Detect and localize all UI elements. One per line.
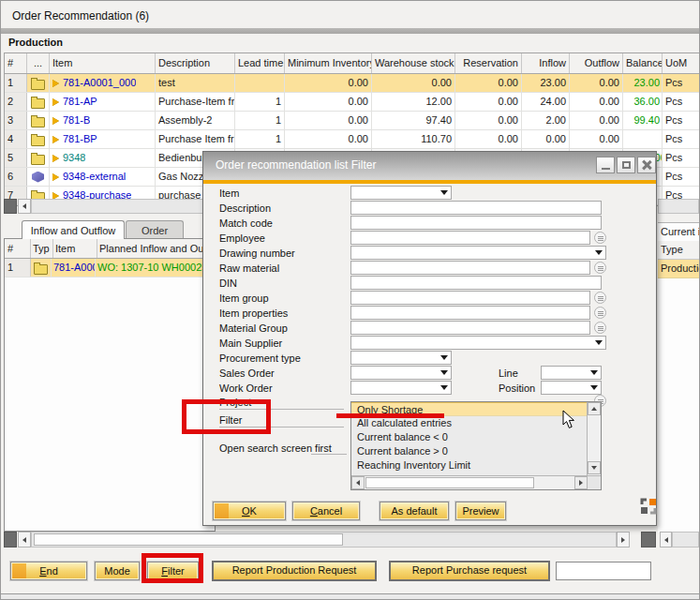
procurement-type-combo[interactable] — [350, 351, 452, 365]
col-header-dots[interactable]: ... — [27, 53, 50, 73]
col-header-inflow[interactable]: Inflow — [522, 53, 570, 73]
row-num: 3 — [5, 112, 27, 129]
planned-order-link[interactable]: WO: 1307-10 WH000259 — [96, 259, 215, 277]
col-header-item[interactable]: Item — [50, 53, 156, 73]
scroll-left-button[interactable] — [351, 476, 365, 489]
item-code-link[interactable]: 781-B — [63, 112, 90, 129]
selection-list-icon[interactable] — [594, 292, 606, 304]
col-header-outflow[interactable]: Outflow — [570, 53, 623, 73]
ok-button[interactable]: OK — [213, 502, 286, 520]
dropdown-item-balance-gt-0[interactable]: Current balance > 0 — [351, 444, 588, 458]
col-header-warehouse-stock[interactable]: Warehouse stock — [372, 53, 455, 73]
minimize-button[interactable] — [596, 157, 615, 173]
horizontal-scrollbar[interactable] — [672, 532, 699, 548]
scroll-down-button[interactable] — [588, 461, 601, 474]
raw-material-input[interactable] — [350, 261, 590, 275]
horizontal-scrollbar[interactable] — [351, 475, 588, 489]
item-code-link[interactable]: 781-A0001 — [52, 259, 96, 277]
splitter-handle[interactable] — [4, 199, 17, 214]
link-arrow-icon[interactable] — [52, 173, 59, 181]
tab-order[interactable]: Order — [126, 220, 184, 239]
as-default-button[interactable]: As default — [380, 502, 449, 520]
selection-list-icon[interactable] — [594, 322, 606, 334]
subcol-item[interactable]: Item — [53, 239, 97, 258]
report-production-request-button[interactable]: Report Production Request — [212, 561, 377, 581]
position-combo[interactable] — [541, 381, 602, 395]
selection-list-icon[interactable] — [594, 232, 606, 244]
line-combo[interactable] — [541, 366, 602, 380]
item-code-link[interactable]: 9348-external — [63, 168, 126, 186]
col-header-num[interactable]: # — [5, 53, 27, 73]
main-supplier-combo[interactable] — [350, 336, 606, 350]
end-button[interactable]: End — [10, 562, 87, 580]
table-row[interactable]: 3 781-B Assembly-2 1 0.00 97.40 0.00 2.0… — [5, 112, 700, 130]
link-arrow-icon[interactable] — [52, 117, 59, 125]
tab-inflow-and-outflow[interactable]: Inflow and Outflow — [22, 220, 125, 239]
material-group-input[interactable] — [350, 321, 590, 335]
scroll-left-button[interactable] — [18, 532, 31, 548]
item-code-link[interactable]: 781-A0001_000 — [63, 74, 136, 92]
maximize-button[interactable] — [617, 157, 635, 173]
folder-icon — [31, 155, 45, 165]
item-group-input[interactable] — [350, 291, 590, 305]
description-input[interactable] — [350, 201, 602, 215]
preview-button[interactable]: Preview — [455, 502, 506, 520]
mode-button[interactable]: Mode — [95, 562, 140, 580]
col-header-reservation[interactable]: Reservation — [455, 53, 522, 73]
dropdown-item-balance-lt-0[interactable]: Current balance < 0 — [351, 430, 588, 444]
col-header-minimum-inventory[interactable]: Minimum Inventory — [285, 53, 372, 73]
horizontal-scrollbar-right[interactable] — [658, 199, 699, 214]
subcol-num[interactable]: # — [5, 239, 31, 258]
scroll-right-button[interactable] — [574, 476, 588, 489]
right-panel-row-production[interactable]: Production — [658, 260, 700, 278]
scroll-up-button[interactable] — [588, 402, 601, 415]
selection-list-icon[interactable] — [594, 307, 606, 319]
col-header-lead-time[interactable]: Lead time — [235, 53, 285, 73]
table-row[interactable]: 4 781-BP Purchase Item frm 1 0.00 110.70… — [5, 130, 700, 149]
row-num: 2 — [5, 93, 27, 111]
cancel-button[interactable]: Cancel — [292, 502, 360, 520]
scroll-left-button[interactable] — [660, 532, 672, 548]
subcol-planned[interactable]: Planned Inflow and Outf — [97, 239, 215, 258]
scroll-left-button[interactable] — [18, 199, 31, 214]
link-arrow-icon[interactable] — [52, 155, 59, 162]
item-properties-input[interactable] — [350, 306, 590, 320]
vertical-scrollbar[interactable] — [587, 402, 601, 475]
col-header-uom[interactable]: UoM — [663, 53, 696, 73]
dropdown-item-reaching-limit[interactable]: Reaching Inventory Limit — [351, 458, 588, 472]
item-combo[interactable] — [350, 186, 452, 200]
link-arrow-icon[interactable] — [52, 98, 59, 106]
splitter-handle[interactable] — [641, 532, 656, 548]
close-button[interactable] — [637, 157, 656, 173]
horizontal-scrollbar[interactable] — [31, 199, 203, 214]
horizontal-scrollbar[interactable] — [31, 532, 617, 548]
scroll-right-button[interactable] — [617, 532, 630, 548]
right-panel-col-type[interactable]: Type — [658, 241, 700, 260]
scrollbar-thumb[interactable] — [34, 533, 343, 546]
expand-form-icon[interactable] — [640, 498, 657, 515]
dropdown-item-all-calculated[interactable]: All calculated entries — [351, 416, 588, 430]
item-code-link[interactable]: 781-AP — [63, 93, 97, 111]
subcol-typ[interactable]: Typ — [31, 239, 53, 258]
selection-list-icon[interactable] — [594, 262, 606, 274]
splitter-handle[interactable] — [4, 532, 17, 548]
table-row[interactable]: 1 781-A0001_000 test 0.00 0.00 0.00 23.0… — [5, 74, 700, 93]
scrollbar-thumb[interactable] — [365, 477, 534, 488]
sales-order-combo[interactable] — [350, 366, 452, 380]
item-code-link[interactable]: 781-BP — [63, 130, 97, 148]
din-input[interactable] — [350, 276, 602, 290]
link-arrow-icon[interactable] — [52, 80, 59, 87]
employee-input[interactable] — [350, 231, 590, 245]
report-purchase-request-button[interactable]: Report Purchase request — [389, 561, 550, 581]
work-order-combo[interactable] — [350, 381, 452, 395]
link-arrow-icon[interactable] — [52, 136, 59, 143]
col-header-balance[interactable]: Balance — [623, 53, 663, 73]
item-code-link[interactable]: 9348 — [63, 149, 85, 167]
drawing-number-combo[interactable] — [350, 246, 606, 260]
col-header-description[interactable]: Description — [156, 53, 235, 73]
subtable-row[interactable]: 1 781-A0001 WO: 1307-10 WH000259 — [5, 259, 215, 278]
match-code-input[interactable] — [350, 216, 602, 230]
dialog-titlebar[interactable]: Order recommendation list Filter — [203, 152, 656, 180]
bottom-text-input[interactable] — [556, 562, 651, 580]
table-row[interactable]: 2 781-AP Purchase-Item fro 1 0.00 12.00 … — [5, 93, 700, 112]
